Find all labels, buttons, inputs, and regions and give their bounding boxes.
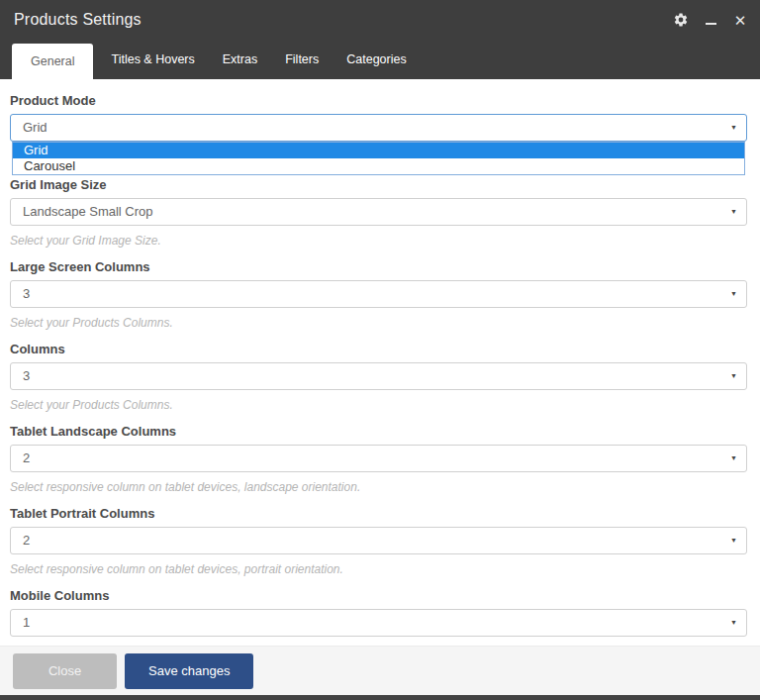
chevron-down-icon: ▼ xyxy=(730,199,737,225)
field-grid-image-size: Grid Image Size Landscape Small Crop ▼ S… xyxy=(10,177,747,248)
field-product-mode: Product Mode Grid ▼ Grid Carousel xyxy=(10,93,747,175)
tab-categories[interactable]: Categories xyxy=(332,40,420,79)
field-label: Tablet Landscape Columns xyxy=(10,424,747,439)
field-tablet-landscape-columns: Tablet Landscape Columns 2 ▼ Select resp… xyxy=(10,424,747,494)
field-label: Tablet Portrait Columns xyxy=(10,506,747,521)
field-helper: Select your Grid Image Size. xyxy=(10,234,747,248)
field-label: Grid Image Size xyxy=(10,177,747,192)
settings-form: Product Mode Grid ▼ Grid Carousel Grid I… xyxy=(0,79,760,646)
chevron-down-icon: ▼ xyxy=(730,281,737,307)
chevron-down-icon: ▼ xyxy=(730,528,737,553)
tablet-landscape-columns-select[interactable]: 2 ▼ xyxy=(10,445,747,472)
product-mode-dropdown: Grid Carousel xyxy=(12,142,745,175)
selected-value: 3 xyxy=(23,286,30,301)
field-label: Product Mode xyxy=(10,93,747,108)
grid-image-size-select[interactable]: Landscape Small Crop ▼ xyxy=(10,198,747,226)
tablet-portrait-columns-select[interactable]: 2 ▼ xyxy=(10,527,747,554)
field-label: Columns xyxy=(10,342,747,356)
field-helper: Select responsive column on tablet devic… xyxy=(10,562,747,576)
field-mobile-columns: Mobile Columns 1 ▼ Select responsive col… xyxy=(10,588,747,646)
selected-value: Grid xyxy=(23,120,48,135)
field-helper: Select your Products Columns. xyxy=(10,398,747,412)
large-screen-columns-select[interactable]: 3 ▼ xyxy=(10,280,747,308)
selected-value: 2 xyxy=(23,533,30,548)
field-columns: Columns 3 ▼ Select your Products Columns… xyxy=(10,342,747,412)
selected-value: 2 xyxy=(23,450,30,465)
modal-bottom-edge xyxy=(0,695,760,700)
field-helper: Select your Products Columns. xyxy=(10,316,747,330)
dropdown-option-grid[interactable]: Grid xyxy=(13,143,744,158)
chevron-down-icon: ▼ xyxy=(730,610,737,636)
dropdown-option-carousel[interactable]: Carousel xyxy=(13,158,744,174)
footer: Close Save changes xyxy=(0,646,760,695)
selected-value: 3 xyxy=(23,368,30,383)
window-title: Products Settings xyxy=(14,11,142,29)
mobile-columns-select[interactable]: 1 ▼ xyxy=(10,609,747,637)
columns-select[interactable]: 3 ▼ xyxy=(10,362,747,390)
selected-value: Landscape Small Crop xyxy=(23,204,153,219)
save-changes-button[interactable]: Save changes xyxy=(125,653,253,689)
field-label: Large Screen Columns xyxy=(10,259,747,274)
chevron-down-icon: ▼ xyxy=(730,446,737,471)
chevron-down-icon: ▼ xyxy=(730,363,737,389)
window-controls: ✕ xyxy=(673,12,748,28)
products-settings-modal: Products Settings ✕ General Titles & Hov… xyxy=(0,0,760,700)
tab-extras[interactable]: Extras xyxy=(209,40,271,79)
close-icon[interactable]: ✕ xyxy=(732,12,748,28)
minimize-icon[interactable] xyxy=(703,12,718,28)
tab-general[interactable]: General xyxy=(12,44,93,79)
field-helper: Select responsive column on tablet devic… xyxy=(10,480,747,494)
tab-titles-hovers[interactable]: Titles & Hovers xyxy=(97,40,208,79)
gear-icon[interactable] xyxy=(673,12,689,28)
field-tablet-portrait-columns: Tablet Portrait Columns 2 ▼ Select respo… xyxy=(10,506,747,576)
close-button[interactable]: Close xyxy=(13,653,117,689)
tab-bar: General Titles & Hovers Extras Filters C… xyxy=(0,40,760,79)
field-large-screen-columns: Large Screen Columns 3 ▼ Select your Pro… xyxy=(10,259,747,330)
selected-value: 1 xyxy=(23,615,30,630)
product-mode-select[interactable]: Grid ▼ xyxy=(10,114,747,142)
field-label: Mobile Columns xyxy=(10,588,747,603)
chevron-down-icon: ▼ xyxy=(730,115,737,141)
tab-filters[interactable]: Filters xyxy=(271,40,332,79)
titlebar: Products Settings ✕ xyxy=(0,0,760,40)
